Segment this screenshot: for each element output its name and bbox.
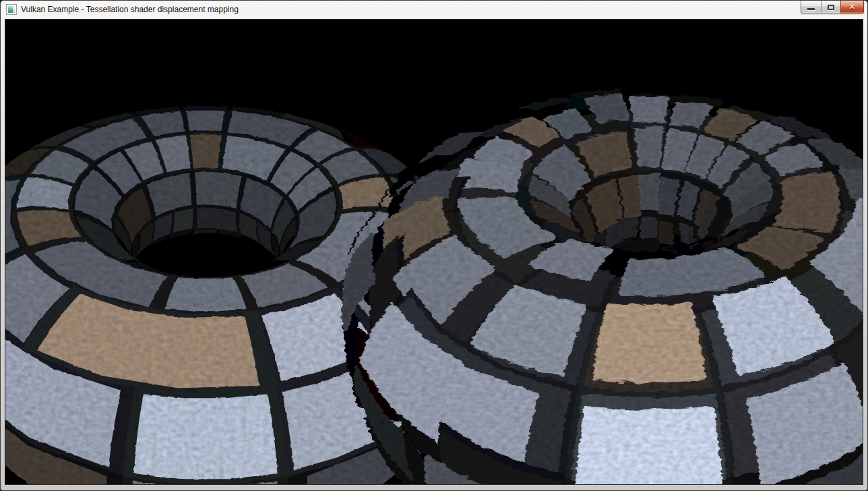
vulkan-render-surface[interactable] bbox=[5, 20, 863, 484]
render-client-area[interactable] bbox=[5, 19, 863, 485]
close-button[interactable]: ✕ bbox=[840, 1, 864, 13]
maximize-button[interactable] bbox=[821, 1, 840, 13]
torus-right-displaced bbox=[343, 90, 863, 484]
maximize-icon bbox=[828, 5, 834, 10]
application-icon bbox=[6, 4, 17, 15]
minimize-icon bbox=[807, 8, 815, 10]
application-icon-inner bbox=[7, 5, 16, 13]
title-bar[interactable]: Vulkan Example - Tessellation shader dis… bbox=[0, 0, 868, 19]
window-title: Vulkan Example - Tessellation shader dis… bbox=[21, 5, 239, 14]
window-controls: ✕ bbox=[801, 1, 864, 13]
minimize-button[interactable] bbox=[801, 1, 821, 13]
close-icon: ✕ bbox=[848, 1, 855, 13]
application-window: Vulkan Example - Tessellation shader dis… bbox=[0, 0, 868, 491]
